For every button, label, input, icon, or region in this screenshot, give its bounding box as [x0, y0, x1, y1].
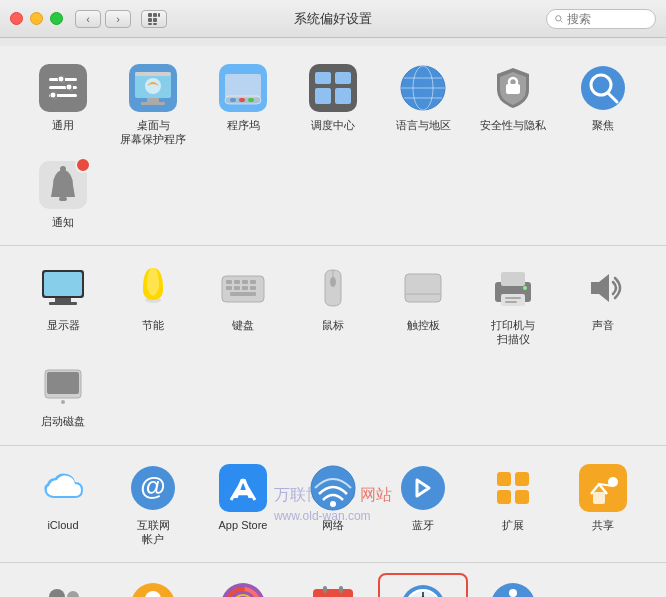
bluetooth-label: 蓝牙: [412, 518, 434, 532]
back-button[interactable]: ‹: [75, 10, 101, 28]
pref-printer[interactable]: 打印机与 扫描仪: [468, 256, 558, 353]
svg-point-93: [49, 589, 65, 597]
svg-rect-57: [242, 280, 248, 284]
pref-spotlight[interactable]: 聚焦: [558, 56, 648, 138]
pref-security[interactable]: 安全性与隐私: [468, 56, 558, 138]
pref-sound[interactable]: 声音: [558, 256, 648, 338]
svg-point-73: [523, 286, 527, 290]
section-row: 通用 桌面与 屏幕保护程序: [18, 56, 648, 235]
svg-rect-86: [515, 472, 529, 486]
icloud-icon: [37, 462, 89, 514]
section-row: iCloud @ 互联网 帐户 A: [18, 456, 648, 553]
pref-sharing[interactable]: 共享: [558, 456, 648, 538]
svg-text:@: @: [140, 471, 165, 501]
svg-rect-34: [315, 88, 331, 104]
svg-rect-32: [315, 72, 331, 84]
notifications-icon: [37, 159, 89, 211]
svg-rect-87: [497, 490, 511, 504]
svg-rect-51: [55, 298, 71, 302]
sound-icon: [577, 262, 629, 314]
pref-network[interactable]: 网络: [288, 456, 378, 538]
svg-rect-31: [309, 64, 357, 112]
network-label: 网络: [322, 518, 344, 532]
sharing-label: 共享: [592, 518, 614, 532]
section-personal: 通用 桌面与 屏幕保护程序: [0, 46, 666, 246]
mouse-label: 鼠标: [322, 318, 344, 332]
security-label: 安全性与隐私: [480, 118, 546, 132]
pref-siri[interactable]: Siri: [198, 573, 288, 597]
svg-point-94: [67, 591, 79, 597]
pref-datetime[interactable]: 18 日期与时间: [288, 573, 378, 597]
svg-rect-2: [158, 13, 160, 17]
pref-icloud[interactable]: iCloud: [18, 456, 108, 538]
pref-accessibility[interactable]: 辅助功能: [468, 573, 558, 597]
siri-icon: [217, 579, 269, 597]
keyboard-label: 键盘: [232, 318, 254, 332]
svg-rect-22: [147, 98, 159, 102]
svg-rect-62: [250, 286, 256, 290]
svg-rect-59: [226, 286, 232, 290]
mouse-icon: [307, 262, 359, 314]
svg-rect-28: [230, 98, 236, 102]
section-row: 显示器 节能: [18, 256, 648, 435]
grid-view-button[interactable]: [141, 10, 167, 28]
pref-missioncontrol[interactable]: 调度中心: [288, 56, 378, 138]
svg-rect-52: [49, 302, 77, 305]
pref-users[interactable]: 用户与群组: [18, 573, 108, 597]
accessibility-icon: [487, 579, 539, 597]
svg-rect-35: [335, 88, 351, 104]
svg-rect-6: [153, 23, 157, 25]
pref-startup[interactable]: 启动磁盘: [18, 352, 108, 434]
svg-rect-90: [593, 492, 605, 504]
svg-rect-30: [248, 98, 254, 102]
svg-rect-69: [501, 272, 525, 286]
dock-label: 程序坞: [227, 118, 260, 132]
fullscreen-button[interactable]: [50, 12, 63, 25]
pref-general[interactable]: 通用: [18, 56, 108, 138]
pref-mouse[interactable]: 鼠标: [288, 256, 378, 338]
printer-label: 打印机与 扫描仪: [491, 318, 535, 347]
pref-energy[interactable]: 节能: [108, 256, 198, 338]
svg-point-43: [581, 66, 625, 110]
window-title: 系统偏好设置: [294, 10, 372, 28]
svg-rect-71: [505, 297, 521, 299]
notification-badge: [75, 157, 91, 173]
pref-keyboard[interactable]: 键盘: [198, 256, 288, 338]
pref-dock[interactable]: 程序坞: [198, 56, 288, 138]
pref-language[interactable]: 语言与地区: [378, 56, 468, 138]
pref-bluetooth[interactable]: 蓝牙: [378, 456, 468, 538]
svg-point-83: [330, 501, 336, 507]
svg-rect-85: [497, 472, 511, 486]
pref-notifications[interactable]: 通知: [18, 153, 108, 235]
pref-desktop[interactable]: 桌面与 屏幕保护程序: [108, 56, 198, 153]
svg-rect-21: [135, 72, 171, 76]
svg-point-24: [145, 78, 161, 94]
pref-extensions[interactable]: 扩展: [468, 456, 558, 538]
search-box[interactable]: [546, 9, 656, 29]
search-input[interactable]: [567, 12, 647, 26]
svg-rect-72: [505, 301, 517, 303]
svg-rect-63: [230, 292, 256, 296]
general-label: 通用: [52, 118, 74, 132]
internetaccounts-icon: @: [127, 462, 179, 514]
extensions-label: 扩展: [502, 518, 524, 532]
search-icon: [555, 13, 563, 25]
svg-point-48: [60, 166, 66, 172]
forward-button[interactable]: ›: [105, 10, 131, 28]
svg-point-65: [330, 277, 336, 287]
pref-displays[interactable]: 显示器: [18, 256, 108, 338]
icloud-label: iCloud: [47, 518, 78, 532]
pref-timemachine[interactable]: 时间机器: [378, 573, 468, 597]
missioncontrol-icon: [307, 62, 359, 114]
network-icon: [307, 462, 359, 514]
close-button[interactable]: [10, 12, 23, 25]
pref-appstore[interactable]: A App Store: [198, 456, 288, 538]
pref-parental[interactable]: 家长控制: [108, 573, 198, 597]
appstore-label: App Store: [219, 518, 268, 532]
pref-internetaccounts[interactable]: @ 互联网 帐户: [108, 456, 198, 553]
pref-trackpad[interactable]: 触控板: [378, 256, 468, 338]
section-internet: 万联博SEO 网站www.old-wan.com iCloud @: [0, 446, 666, 564]
svg-point-119: [509, 589, 517, 597]
svg-rect-47: [59, 197, 67, 201]
minimize-button[interactable]: [30, 12, 43, 25]
